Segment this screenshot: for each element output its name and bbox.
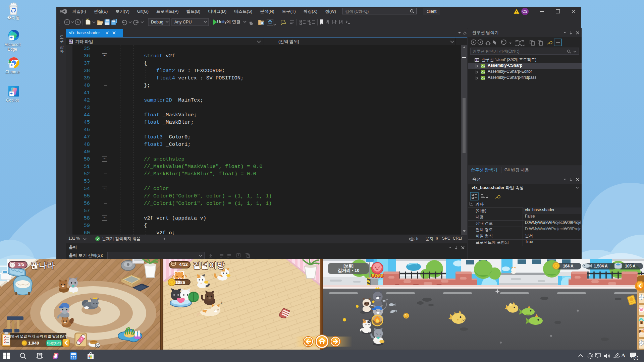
svg-text:Any CPU: Any CPU: [174, 20, 192, 24]
svg-text:C#: C#: [481, 77, 485, 80]
svg-text:1: 1: [635, 357, 637, 360]
svg-text:C#: C#: [481, 65, 485, 68]
svg-text:Debug: Debug: [151, 20, 163, 24]
svg-text:1226: 1226: [175, 280, 185, 285]
svg-text:C#: C#: [481, 71, 485, 74]
svg-text:z: z: [220, 300, 223, 305]
